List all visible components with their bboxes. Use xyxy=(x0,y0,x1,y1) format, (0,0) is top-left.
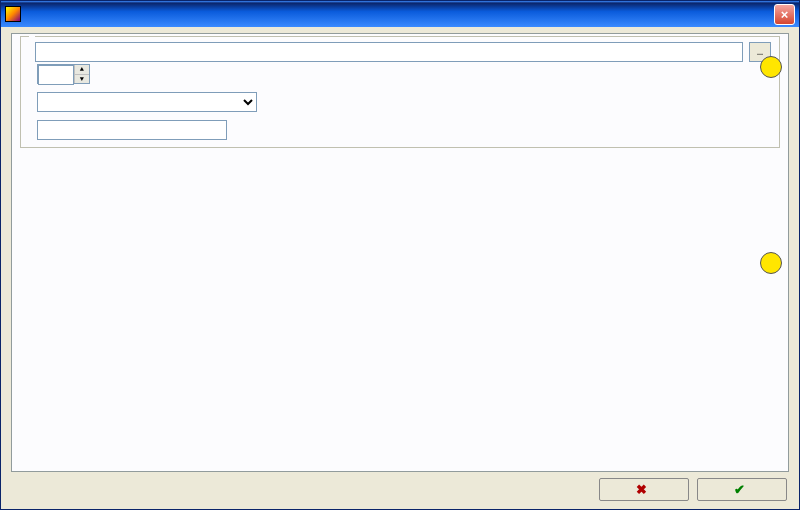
special-row xyxy=(29,120,771,140)
backup-row: ▲ ▼ xyxy=(29,64,771,84)
help-marker-1 xyxy=(760,56,782,78)
app-icon xyxy=(5,6,21,22)
check-icon: ✔ xyxy=(734,482,745,497)
button-row: ✖ ✔ xyxy=(11,472,789,501)
cancel-button[interactable]: ✖ xyxy=(599,478,689,501)
titlebar: × xyxy=(1,1,799,27)
cancel-icon: ✖ xyxy=(636,482,647,497)
browse-icon: … xyxy=(757,44,763,61)
special-input[interactable] xyxy=(37,120,227,140)
export-select[interactable] xyxy=(37,92,257,112)
spin-up-icon[interactable]: ▲ xyxy=(75,65,89,75)
export-row xyxy=(29,92,771,112)
config-window: × … xyxy=(0,0,800,510)
close-icon: × xyxy=(781,7,789,22)
backup-spinner[interactable]: ▲ ▼ xyxy=(37,64,90,84)
tab-panel: … ▲ ▼ xyxy=(11,33,789,472)
spin-down-icon[interactable]: ▼ xyxy=(75,75,89,84)
help-marker-2 xyxy=(760,252,782,274)
backup-value[interactable] xyxy=(38,65,74,85)
save-button[interactable]: ✔ xyxy=(697,478,787,501)
close-button[interactable]: × xyxy=(774,4,795,25)
data-folder-input[interactable] xyxy=(35,42,743,62)
settings-group: … ▲ ▼ xyxy=(20,36,780,148)
data-folder-row: … xyxy=(29,42,771,62)
content-area: … ▲ ▼ xyxy=(1,27,799,509)
